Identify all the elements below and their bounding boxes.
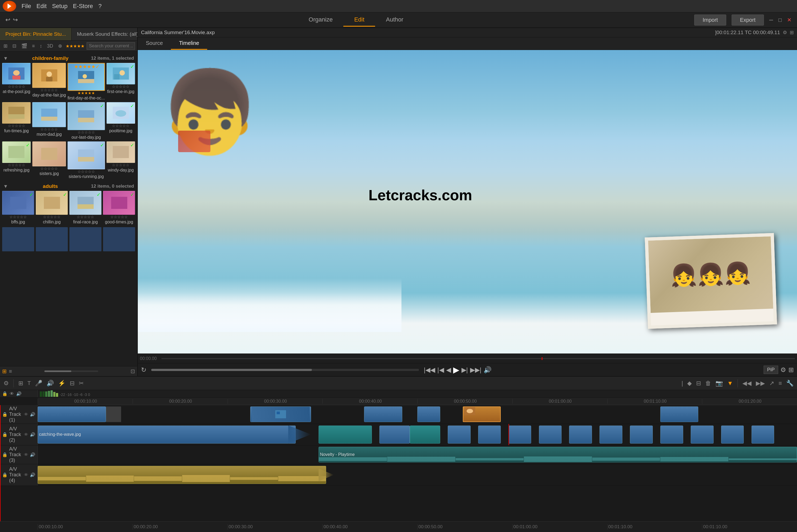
- list-item[interactable]: [36, 227, 68, 251]
- undo-button[interactable]: ↩: [5, 16, 10, 23]
- next-frame-button[interactable]: ▶|: [461, 366, 468, 374]
- loop-button[interactable]: ↻: [141, 366, 146, 374]
- timeline-delete-button[interactable]: 🗑: [704, 379, 712, 388]
- timeline-clip-button[interactable]: ✂: [78, 379, 85, 388]
- track-clip[interactable]: [751, 425, 774, 443]
- toolbar-btn-2[interactable]: ⊟: [11, 42, 18, 50]
- track-content-1[interactable]: [38, 405, 797, 424]
- search-input[interactable]: [87, 42, 135, 50]
- track-audio-icon[interactable]: 🔊: [30, 412, 35, 417]
- tab-edit[interactable]: Edit: [343, 14, 375, 26]
- list-item[interactable]: ✓ ☆☆☆☆☆ final-race.jpg: [69, 191, 102, 225]
- timeline-audio-out-button[interactable]: 🔊: [46, 379, 55, 388]
- toolbar-btn-6[interactable]: 3D: [46, 43, 55, 50]
- track-clip-audio[interactable]: Novelty - Playtime: [319, 447, 797, 463]
- list-item[interactable]: ✓ ☆☆☆☆☆ first-one-in.jpg: [107, 63, 135, 100]
- track-clip[interactable]: [539, 425, 562, 443]
- timeline-keyframe-button[interactable]: ◆: [686, 379, 693, 388]
- group-collapse-icon-adults[interactable]: ▼: [3, 184, 8, 189]
- close-button[interactable]: ✕: [787, 17, 792, 23]
- list-view-button[interactable]: ≡: [9, 368, 12, 375]
- track-clip[interactable]: [448, 425, 471, 443]
- tab-muserk[interactable]: Muserk Sound Effects: (all): [72, 28, 137, 40]
- list-item[interactable]: ✓ ☆☆☆☆☆ our-last-day.jpg: [68, 102, 105, 140]
- timeline-text-button[interactable]: T: [26, 379, 32, 387]
- menu-estore[interactable]: E-Store: [73, 3, 93, 10]
- fullscreen-view-button[interactable]: ⊡: [130, 368, 135, 375]
- menu-setup[interactable]: Setup: [52, 3, 68, 10]
- list-item[interactable]: ✓ ☆☆☆☆☆ bffs.jpg: [2, 191, 34, 225]
- track-clip[interactable]: [417, 406, 440, 422]
- go-to-start-button[interactable]: |◀◀: [424, 366, 435, 374]
- time-scrubber[interactable]: [151, 369, 419, 371]
- tab-timeline[interactable]: Timeline: [171, 37, 207, 50]
- track-clip-main[interactable]: catching-the-wave.jpg: [38, 425, 296, 443]
- track-clip[interactable]: [691, 425, 713, 443]
- track-clip[interactable]: [478, 425, 501, 443]
- track-clip[interactable]: [660, 406, 698, 422]
- track-visibility-icon-3[interactable]: 👁: [24, 452, 28, 457]
- list-item[interactable]: ✓ ☆☆☆☆☆ chillin.jpg: [36, 191, 68, 225]
- timeline-add-track-button[interactable]: ⊞: [18, 379, 24, 388]
- preview-settings-icon[interactable]: ⚙: [783, 30, 787, 36]
- track-clip[interactable]: [410, 425, 440, 443]
- tab-author[interactable]: Author: [375, 14, 414, 26]
- track-clip[interactable]: [630, 425, 653, 443]
- list-item[interactable]: [103, 227, 135, 251]
- rewind-button[interactable]: ◀: [446, 366, 451, 374]
- track-lock-icon-4[interactable]: 🔒: [2, 472, 7, 477]
- track-visibility-icon-4[interactable]: 👁: [24, 473, 28, 477]
- lock-all-icon[interactable]: 🔒: [2, 391, 7, 396]
- maximize-button[interactable]: □: [778, 17, 782, 23]
- timeline-settings-button[interactable]: ⚙: [3, 379, 10, 388]
- track-visibility-icon[interactable]: 👁: [24, 412, 28, 417]
- toolbar-btn-1[interactable]: ⊞: [2, 42, 9, 50]
- prev-frame-button[interactable]: |◀: [437, 366, 444, 374]
- track-audio-icon-4[interactable]: 🔊: [30, 472, 35, 477]
- timeline-audio-vol-button[interactable]: ◀◀: [742, 379, 752, 388]
- volume-button[interactable]: 🔊: [484, 366, 492, 374]
- track-clip-gold[interactable]: [38, 466, 326, 484]
- toolbar-btn-5[interactable]: ↕: [38, 43, 43, 50]
- list-item[interactable]: ✓ ☆☆☆☆☆ pooltime.jpg: [107, 102, 135, 140]
- audio-all-icon[interactable]: 🔊: [16, 391, 21, 396]
- redo-button[interactable]: ↪: [13, 16, 18, 23]
- grid-view-button[interactable]: ⊞: [2, 368, 7, 375]
- track-clip[interactable]: [721, 425, 744, 443]
- group-collapse-icon[interactable]: ▼: [3, 56, 8, 61]
- play-button[interactable]: ▶: [453, 365, 459, 375]
- list-item[interactable]: ☆☆☆☆☆ sisters.jpg: [32, 141, 66, 179]
- track-content-3[interactable]: Novelty - Playtime: [38, 445, 797, 464]
- timeline-audio-mix-button[interactable]: ▶▶: [755, 379, 766, 388]
- minimize-button[interactable]: ─: [769, 17, 773, 23]
- timeline-noise-button[interactable]: 🔧: [785, 379, 794, 388]
- list-item[interactable]: ☆☆☆☆☆ day-at-the-fair.jpg: [32, 63, 66, 100]
- list-item[interactable]: ☆☆☆☆☆ fun-times.jpg: [2, 102, 31, 140]
- track-clip[interactable]: [660, 425, 683, 443]
- list-item[interactable]: ✓ ☆☆☆☆☆ windy-day.jpg: [107, 141, 135, 179]
- go-to-end-button[interactable]: ▶▶|: [470, 366, 482, 374]
- pip-expand-icon[interactable]: ⊞: [789, 366, 794, 374]
- toolbar-btn-4[interactable]: ≡: [31, 43, 36, 50]
- list-item[interactable]: ✓ ☆☆☆☆☆ refreshing.jpg: [2, 141, 31, 179]
- timeline-group-button[interactable]: ⊟: [69, 379, 75, 388]
- toolbar-btn-3[interactable]: 🎬: [20, 42, 29, 50]
- list-item[interactable]: ★★★★★✓ ★★★★★ first-day-at-the-oc...: [68, 63, 105, 100]
- timeline-voiceover-button[interactable]: ↗: [768, 379, 775, 388]
- track-clip[interactable]: [379, 425, 410, 443]
- import-button[interactable]: Import: [694, 15, 726, 25]
- tab-organize[interactable]: Organize: [298, 14, 343, 26]
- timeline-snapshot-button[interactable]: 📷: [715, 379, 724, 388]
- timeline-effects-button[interactable]: ▼: [726, 379, 734, 388]
- track-clip[interactable]: [250, 406, 311, 422]
- export-button[interactable]: Export: [731, 15, 764, 25]
- track-clip-selected[interactable]: [463, 406, 501, 422]
- track-clip[interactable]: [364, 406, 402, 422]
- track-visibility-icon-2[interactable]: 👁: [24, 432, 28, 437]
- timeline-split-button[interactable]: ⚡: [57, 379, 66, 388]
- menu-edit[interactable]: Edit: [36, 3, 47, 10]
- preview-fullscreen-icon[interactable]: ⊞: [790, 30, 794, 36]
- list-item[interactable]: [69, 227, 102, 251]
- track-clip[interactable]: [38, 406, 106, 422]
- pip-settings-icon[interactable]: ⚙: [780, 366, 786, 374]
